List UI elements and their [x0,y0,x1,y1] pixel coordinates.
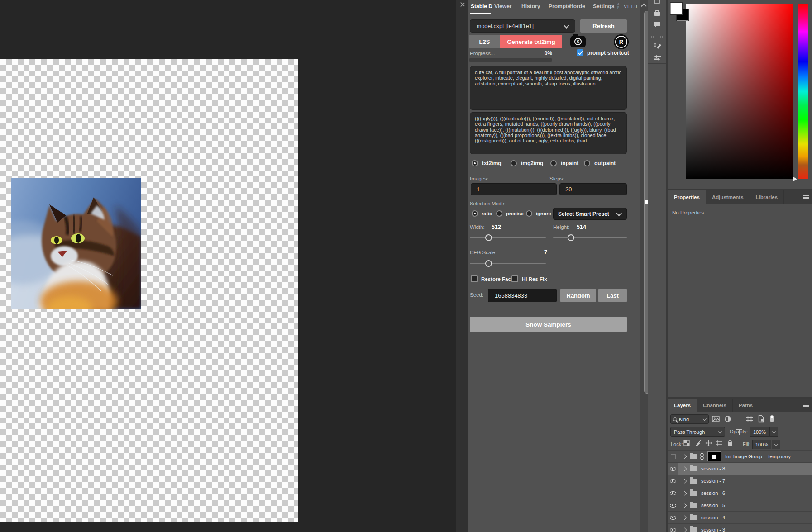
blend-mode-select[interactable]: Pass Through [670,427,725,437]
document-canvas[interactable] [0,59,298,522]
smart-preset-select[interactable]: Select Smart Preset [553,208,627,220]
tab-settings[interactable]: Settings [593,3,614,10]
prompt-shortcut-checkbox[interactable] [577,49,583,56]
panel-menu-icon[interactable] [803,404,809,407]
comments-panel-icon[interactable] [653,20,662,28]
filter-shape-icon[interactable] [746,415,753,423]
eye-icon[interactable] [670,491,676,495]
radio-inpaint[interactable] [550,160,557,166]
restore-faces-option[interactable]: Restore Faces [471,276,517,282]
tab-channels[interactable]: Channels [697,399,733,412]
visibility-cell[interactable] [668,451,678,462]
lock-pixels-brush-icon[interactable] [695,440,702,446]
layer-row-session-7[interactable]: session - 7 [668,475,812,487]
lock-all-padlock-icon[interactable] [726,439,734,446]
show-samplers-button[interactable]: Show Samplers [470,317,627,332]
last-seed-button[interactable]: Last [598,289,627,302]
width-slider-knob[interactable] [485,234,492,241]
selection-option-precise[interactable]: precise [496,210,524,217]
model-select[interactable]: model.ckpt [fe4efff1e1] [470,19,575,33]
eye-icon[interactable] [670,504,676,508]
layer-row-session-4[interactable]: session - 4 [668,511,812,523]
eye-icon[interactable] [670,528,676,532]
layer-row-session-6[interactable]: session - 6 [668,487,812,499]
dock-grip-handle[interactable] [651,36,663,38]
fill-dropdown-button[interactable] [772,440,780,449]
layer-row-init-image-group[interactable]: Init Image Group -- temporary [668,450,812,462]
visibility-cell[interactable] [668,463,678,475]
radio-txt2img[interactable] [472,160,478,166]
brush-settings-panel-icon[interactable] [653,41,662,50]
mode-option-img2img[interactable]: img2img [511,160,543,166]
filter-image-icon[interactable] [712,415,720,423]
visibility-cell[interactable] [668,499,678,511]
hue-slider[interactable] [798,4,808,179]
saturation-value-field[interactable] [686,4,793,179]
fill-value-box[interactable]: 100% [752,440,771,449]
radio-img2img[interactable] [511,160,517,166]
expand-chevron-icon[interactable] [683,515,687,520]
layer-name[interactable]: session - 4 [701,515,725,520]
selection-option-ignore[interactable]: ignore [526,210,551,217]
tab-stable-d[interactable]: Stable D [471,3,492,10]
plugin-scrollbar[interactable] [640,0,648,532]
expand-chevron-icon[interactable] [683,503,687,508]
tab-prompts[interactable]: Prompts [549,3,571,10]
tab-libraries[interactable]: Libraries [750,190,784,204]
pen-panel-icon[interactable] [653,0,662,5]
expand-chevron-icon[interactable] [683,527,687,532]
lock-position-move-icon[interactable] [705,440,712,446]
render-gear-icon[interactable]: R [614,34,629,49]
steps-input[interactable] [559,183,627,195]
tool-presets-panel-icon[interactable] [653,54,662,62]
layer-name[interactable]: session - 8 [701,466,725,471]
close-icon[interactable] [460,2,465,7]
expand-chevron-icon[interactable] [683,454,687,459]
tab-horde[interactable]: Horde [569,3,585,10]
filter-smart-object-icon[interactable] [757,415,764,423]
canvas-area[interactable] [0,0,456,532]
prompt-textarea[interactable]: cute cat, A full portrait of a beautiful… [470,66,627,110]
filter-adjustment-icon[interactable] [724,415,731,423]
selection-option-ratio[interactable]: ratio [472,210,492,217]
opacity-value-box[interactable]: 100% [750,427,769,437]
refresh-button[interactable]: Refresh [580,19,627,33]
visibility-cell[interactable] [668,512,678,523]
layer-row-session-5[interactable]: session - 5 [668,499,812,511]
radio-outpaint[interactable] [584,160,590,166]
eye-icon[interactable] [670,516,676,520]
images-input[interactable] [471,183,557,195]
lock-artboard-icon[interactable] [716,440,723,446]
restore-faces-checkbox[interactable] [471,276,478,282]
layer-row-session-8[interactable]: session - 8 [668,462,812,475]
lock-transparency-icon[interactable] [683,440,690,446]
panel-menu-icon[interactable] [803,195,809,199]
layer-name[interactable]: Init Image Group -- temporary [725,454,791,459]
tab-layers[interactable]: Layers [668,399,697,412]
hi-res-fix-option[interactable]: Hi Res Fix [511,276,547,282]
height-slider-knob[interactable] [568,234,574,241]
mode-option-outpaint[interactable]: outpaint [584,160,616,166]
width-slider[interactable] [470,238,546,238]
width-slider-track[interactable] [470,238,546,238]
cfg-slider-knob[interactable] [485,260,492,267]
radio-precise[interactable] [496,210,502,217]
height-slider-track[interactable] [553,238,627,238]
visibility-cell[interactable] [668,487,678,499]
mode-option-txt2img[interactable]: txt2img [472,160,502,166]
foreground-color-swatch[interactable] [670,3,682,14]
random-seed-button[interactable]: Random [560,289,596,302]
radio-ignore[interactable] [526,210,532,217]
layer-name[interactable]: session - 5 [701,503,725,508]
visibility-cell[interactable] [668,475,678,487]
tab-paths[interactable]: Paths [733,399,759,412]
tab-adjustments[interactable]: Adjustments [706,190,750,204]
layer-filter-kind-select[interactable]: Kind [670,414,709,424]
scrollbar-up-icon[interactable] [641,3,647,9]
tab-viewer[interactable]: Viewer [494,3,511,10]
filter-toggle-icon[interactable] [768,414,775,423]
layer-name[interactable]: session - 7 [701,478,725,484]
eye-icon[interactable] [670,479,676,483]
negative-prompt-textarea[interactable]: ((((ugly)))), (((duplicate))), ((morbid)… [470,112,627,154]
tab-properties[interactable]: Properties [668,190,706,204]
